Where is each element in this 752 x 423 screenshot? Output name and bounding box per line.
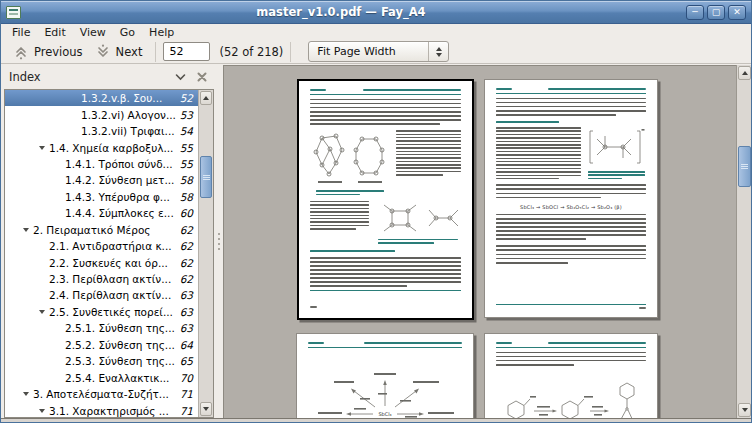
sidebar-close-icon[interactable] xyxy=(197,72,207,82)
scrollbar-thumb[interactable] xyxy=(200,156,212,198)
toc-item-label: 1.3.2.v.β. Σου... xyxy=(81,92,162,104)
text-block xyxy=(396,130,461,176)
toc-item[interactable]: 1.4.1. Τρόποι σύνδ...55 xyxy=(5,156,198,172)
scroll-up-button[interactable] xyxy=(738,66,751,80)
header-rule xyxy=(496,93,646,94)
toc-item-label: 2.1. Αντιδραστήρια κ... xyxy=(49,240,172,252)
toc-item[interactable]: 2.1. Αντιδραστήρια κ...62 xyxy=(5,238,198,254)
toc-item[interactable]: 2.3. Περίθλαση ακτίν...62 xyxy=(5,271,198,287)
zoom-mode-value: Fit Page Width xyxy=(309,42,428,61)
toc-item[interactable]: 2.5.4. Εναλλακτικ...70 xyxy=(5,369,198,385)
text-block xyxy=(496,214,646,243)
page-thumbnail-55[interactable] xyxy=(484,333,658,418)
page-header xyxy=(496,342,646,344)
page-footer xyxy=(496,304,646,309)
toc-item-page: 54 xyxy=(180,125,198,137)
expander-icon[interactable] xyxy=(35,310,49,314)
scroll-down-button[interactable] xyxy=(738,403,751,417)
reaction-scheme-triphenyl xyxy=(496,374,648,418)
previous-button[interactable]: Previous xyxy=(7,43,89,61)
figure-caption xyxy=(378,239,457,246)
toc-item-page: 70 xyxy=(180,372,198,384)
toc-item[interactable]: 2. Πειραματικό Μέρος62 xyxy=(5,222,198,238)
toc-item[interactable]: 2.5. Συνθετικές πορεί...63 xyxy=(5,304,198,320)
chevron-down-icon[interactable] xyxy=(174,72,187,82)
toc-item[interactable]: 3.1. Χαρακτηρισμός ...71 xyxy=(5,402,198,417)
toc-item-page: 71 xyxy=(180,405,198,417)
expander-icon[interactable] xyxy=(35,146,49,150)
toc-item[interactable]: 2.2. Συσκευές και όρ...62 xyxy=(5,254,198,270)
double-chevron-down-icon xyxy=(95,44,111,60)
close-button[interactable]: ✕ xyxy=(728,5,746,20)
updown-spinner-icon xyxy=(428,42,448,61)
page-number-input[interactable] xyxy=(163,42,210,61)
toc-item-page: 63 xyxy=(180,289,198,301)
toc-item[interactable]: 2.5.1. Σύνθεση της...63 xyxy=(5,320,198,336)
main-scrollbar[interactable] xyxy=(736,65,752,418)
zoom-mode-select[interactable]: Fit Page Width xyxy=(308,41,449,62)
section-heading xyxy=(496,121,646,125)
pane-splitter[interactable] xyxy=(214,65,223,418)
toc-item[interactable]: 1.3.2.v.β. Σου...52 xyxy=(5,90,198,106)
toc-item[interactable]: 2.5.3. Σύνθεση της...65 xyxy=(5,353,198,369)
next-button[interactable]: Next xyxy=(89,43,149,61)
toc-item[interactable]: 1.4. Χημεία καρβοξυλ...55 xyxy=(5,139,198,155)
expander-icon[interactable] xyxy=(19,228,33,232)
maximize-button[interactable]: ▢ xyxy=(707,5,725,20)
previous-label: Previous xyxy=(34,45,83,59)
scroll-down-button[interactable] xyxy=(200,402,212,416)
toc-item-label: 2.5.2. Σύνθεση της... xyxy=(65,339,175,351)
sidebar-title: Index xyxy=(9,70,41,84)
text-block xyxy=(496,352,646,368)
toc-item[interactable]: 1.4.3. Υπέρυθρα φ...58 xyxy=(5,189,198,205)
menu-edit[interactable]: Edit xyxy=(37,25,72,40)
toc-item[interactable]: 1.4.4. Σύμπλοκες ε...60 xyxy=(5,205,198,221)
expander-icon[interactable] xyxy=(35,409,49,413)
page-thumbnail-54[interactable]: SbCl₃ xyxy=(296,333,474,418)
text-block xyxy=(310,257,461,290)
toc-item[interactable]: 1.4.2. Σύνθεση μετ...58 xyxy=(5,172,198,188)
text-block xyxy=(496,98,646,118)
toc-item[interactable]: 2.4. Περίθλαση ακτίν...63 xyxy=(5,287,198,303)
text-block xyxy=(310,99,461,128)
toc-item[interactable]: 1.3.2.vi) Αλογον...53 xyxy=(5,106,198,122)
toc-item-label: 2.5. Συνθετικές πορεί... xyxy=(49,306,173,318)
toc-item-page: 64 xyxy=(180,339,198,351)
figure-caption xyxy=(316,190,383,197)
header-rule xyxy=(496,347,646,348)
menu-view[interactable]: View xyxy=(73,25,113,40)
toc-item-page: 65 xyxy=(180,355,198,367)
menu-help[interactable]: Help xyxy=(142,25,181,40)
toc-item-page: 55 xyxy=(180,142,198,154)
figure-caption xyxy=(588,171,644,181)
toc-item-page: 63 xyxy=(180,322,198,334)
toolbar-separator xyxy=(155,42,156,62)
page-thumbnail-52[interactable] xyxy=(297,79,474,320)
scroll-up-button[interactable] xyxy=(200,91,212,105)
equation-text: SbCl₃ → SbOCl → Sb₄O₅Cl₂ → Sb₂O₃ (β) xyxy=(496,204,646,210)
expander-icon[interactable] xyxy=(19,392,33,396)
page-header xyxy=(310,89,461,91)
toc-item[interactable]: 2.5.2. Σύνθεση της...64 xyxy=(5,337,198,353)
toc-item-label: 2.5.4. Εναλλακτικ... xyxy=(65,372,169,384)
document-canvas[interactable]: SbCl₃ → SbOCl → Sb₄O₅Cl₂ → Sb₂O₃ (β) SbC… xyxy=(223,65,736,418)
page-footer xyxy=(310,290,461,312)
molecule-diagram-hydroxides xyxy=(374,201,462,237)
toc-item-page: 52 xyxy=(180,92,198,104)
scheme-center-label: SbCl₃ xyxy=(378,411,391,417)
toc-item-page: 62 xyxy=(180,273,198,285)
toc-item[interactable]: 3. Αποτελέσματα-Συζήτ...71 xyxy=(5,386,198,402)
scrollbar-thumb[interactable] xyxy=(738,146,751,187)
page-thumbnail-53[interactable]: SbCl₃ → SbOCl → Sb₄O₅Cl₂ → Sb₂O₃ (β) xyxy=(484,79,658,318)
menu-file[interactable]: File xyxy=(5,25,37,40)
sidebar-scrollbar[interactable] xyxy=(198,90,213,417)
toc-item-page: 55 xyxy=(180,158,198,170)
toc-item-page: 62 xyxy=(180,224,198,236)
page-count-label: (52 of 218) xyxy=(219,45,283,59)
minimize-button[interactable]: ─ xyxy=(686,5,704,20)
toc-item[interactable]: 1.3.2.vii) Τριφαι...54 xyxy=(5,123,198,139)
menu-go[interactable]: Go xyxy=(113,25,142,40)
app-icon xyxy=(6,6,21,19)
text-block xyxy=(496,184,646,200)
next-label: Next xyxy=(116,45,143,59)
